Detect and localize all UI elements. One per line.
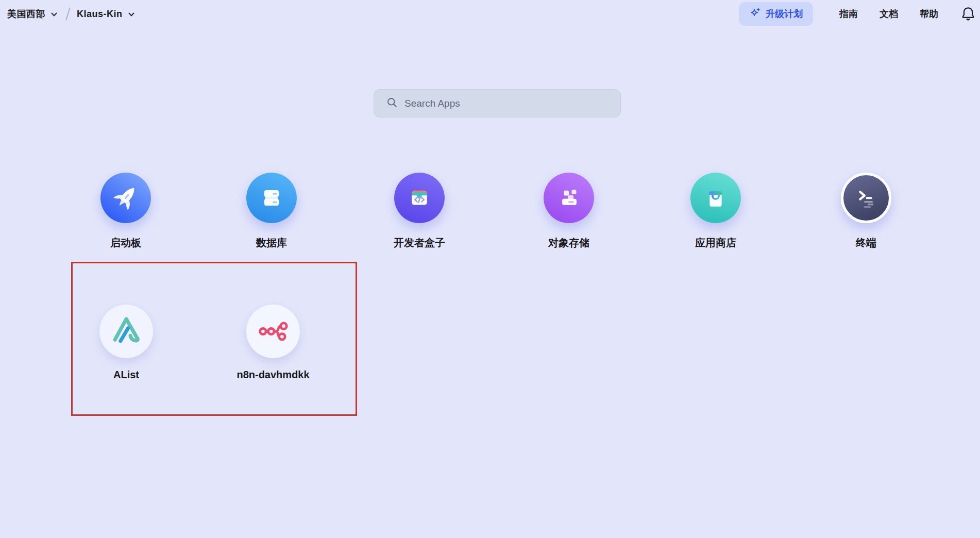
sparkle-icon (749, 7, 761, 21)
app-tile-terminal[interactable]: 终端 (809, 173, 923, 250)
top-bar: 美国西部 Klaus-Kin 升级计划 指南 文档 (0, 0, 980, 28)
app-label: n8n-davhmdkk (216, 369, 330, 381)
search-input[interactable] (404, 98, 600, 109)
alist-triangle-icon (99, 305, 153, 358)
breadcrumb: 美国西部 Klaus-Kin (7, 7, 140, 21)
breadcrumb-separator (65, 7, 71, 20)
upgrade-plan-button[interactable]: 升级计划 (739, 2, 813, 26)
app-label: 数据库 (215, 236, 328, 250)
app-label: AList (70, 369, 183, 381)
shopping-bag-icon (690, 173, 741, 223)
app-label: 对象存储 (512, 236, 626, 250)
nav-guide[interactable]: 指南 (839, 8, 858, 20)
chevron-down-icon[interactable] (50, 10, 58, 19)
app-tile-object-storage[interactable]: 对象存储 (512, 173, 626, 250)
app-label: 应用商店 (659, 236, 772, 250)
app-tile-database[interactable]: 数据库 (215, 173, 328, 250)
desktop-canvas: 美国西部 Klaus-Kin 升级计划 指南 文档 (0, 0, 980, 538)
app-tile-devbox[interactable]: 开发者盒子 (363, 173, 476, 250)
n8n-workflow-icon (246, 305, 300, 358)
workspace-selector[interactable]: Klaus-Kin (77, 9, 123, 20)
nav-help[interactable]: 帮助 (920, 8, 938, 20)
app-tile-launchpad[interactable]: 启动板 (69, 173, 182, 250)
app-tile-app-store[interactable]: 应用商店 (659, 173, 772, 250)
rocket-icon (100, 173, 151, 223)
search-icon (386, 97, 398, 110)
notification-bell-icon[interactable] (960, 6, 976, 22)
topbar-actions: 升级计划 指南 文档 帮助 (739, 2, 976, 26)
region-selector[interactable]: 美国西部 (7, 8, 45, 20)
terminal-prompt-icon (841, 173, 891, 223)
app-search-bar[interactable] (374, 89, 621, 117)
app-tile-alist[interactable]: AList (70, 305, 183, 381)
chevron-down-icon[interactable] (127, 10, 136, 19)
nav-docs[interactable]: 文档 (880, 8, 898, 20)
object-storage-icon (544, 173, 594, 223)
app-label: 终端 (809, 236, 923, 250)
upgrade-plan-label: 升级计划 (766, 8, 803, 20)
app-label: 开发者盒子 (363, 236, 476, 250)
devbox-code-icon (394, 173, 445, 223)
app-label: 启动板 (69, 236, 182, 250)
database-icon (246, 173, 297, 223)
app-tile-n8n[interactable]: n8n-davhmdkk (216, 305, 330, 381)
